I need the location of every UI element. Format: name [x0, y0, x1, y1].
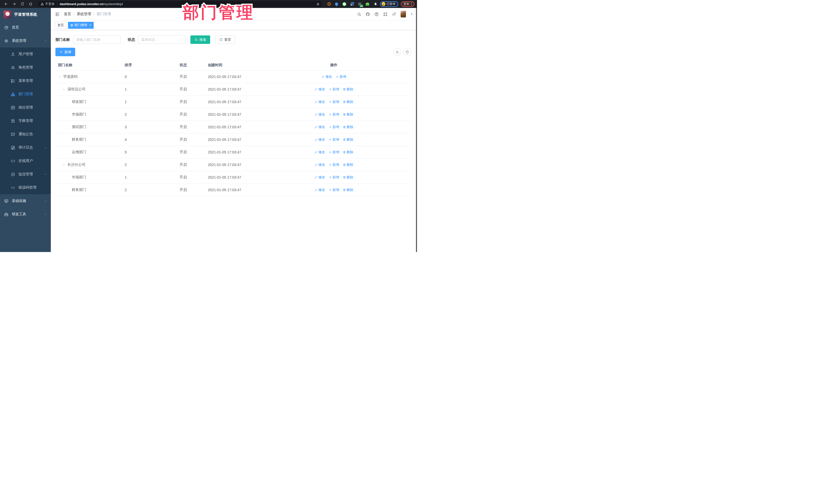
sidebar-item-4[interactable]: 菜单管理 — [0, 74, 51, 88]
sidebar-item-7[interactable]: 字典管理 — [0, 114, 51, 128]
cell-sort: 1 — [122, 83, 177, 96]
table-mini-tools — [393, 48, 411, 56]
add-action-link[interactable]: 新增 — [336, 74, 346, 79]
sidebar-toggle-icon[interactable] — [55, 12, 60, 17]
edit-action-link[interactable]: 修改 — [314, 150, 325, 154]
green-bot-extension-icon[interactable] — [366, 2, 370, 6]
edit-action-link[interactable]: 修改 — [314, 87, 325, 92]
sidebar-item-label: 用户管理 — [19, 52, 33, 57]
tag-0[interactable]: 首页 — [55, 22, 66, 29]
sidebar-item-12[interactable]: 错误码管理 — [0, 181, 51, 194]
puzzle-extension-icon[interactable] — [373, 2, 377, 6]
chevron-down-icon — [180, 38, 183, 41]
browser-menu-icon[interactable] — [411, 2, 412, 6]
dept-name-input[interactable]: 请输入部门名称 — [73, 36, 120, 44]
reset-button[interactable]: 重置 — [215, 36, 235, 44]
sidebar-item-10[interactable]: 在线用户 — [0, 154, 51, 168]
cell-create-time: 2021-01-05 17:03:47 — [205, 159, 257, 171]
sidebar-item-3[interactable]: 角色管理 — [0, 61, 51, 74]
delete-action-link[interactable]: 删除 — [343, 112, 353, 117]
table-toolbar: 新增 — [56, 44, 411, 56]
expand-arrow-icon[interactable] — [58, 75, 63, 78]
sidebar-item-8[interactable]: 通知公告 — [0, 128, 51, 141]
user-avatar[interactable] — [400, 11, 406, 18]
expand-arrow-icon[interactable] — [62, 88, 67, 91]
browser-home-icon[interactable] — [27, 1, 34, 7]
add-action-link[interactable]: 新增 — [329, 162, 339, 167]
add-action-link[interactable]: 新增 — [329, 87, 339, 92]
add-action-link[interactable]: 新增 — [329, 100, 339, 104]
sidebar-item-2[interactable]: 用户管理 — [0, 47, 51, 61]
tag-close-icon[interactable]: × — [89, 24, 91, 27]
cell-dept-name: 市场部门 — [56, 171, 122, 184]
browser-profile-button[interactable]: 已暂停 — [380, 1, 398, 7]
sidebar-item-0[interactable]: 首页 — [0, 21, 51, 34]
delete-action-link[interactable]: 删除 — [343, 175, 353, 180]
browser-reload-icon[interactable] — [19, 1, 26, 7]
delete-action-link[interactable]: 删除 — [343, 162, 353, 167]
edit-action-link[interactable]: 修改 — [314, 175, 325, 180]
refresh-table-button[interactable] — [403, 48, 411, 56]
edit-action-link[interactable]: 修改 — [314, 100, 325, 104]
delete-action-link[interactable]: 删除 — [343, 100, 353, 104]
cell-create-time: 2021-01-05 17:03:47 — [205, 96, 257, 108]
cell-sort: 3 — [122, 121, 177, 133]
add-button[interactable]: 新增 — [56, 48, 75, 56]
browser-back-icon[interactable] — [3, 1, 9, 7]
edit-action-link[interactable]: 修改 — [322, 74, 332, 79]
orange-ring-extension-icon[interactable] — [327, 2, 331, 6]
add-action-link[interactable]: 新增 — [329, 125, 339, 129]
sidebar-item-11[interactable]: 短信管理 — [0, 168, 51, 181]
delete-action-link[interactable]: 删除 — [343, 188, 353, 192]
add-action-link[interactable]: 新增 — [329, 137, 339, 142]
browser-update-button[interactable]: 更新 — [401, 1, 414, 7]
add-action-link[interactable]: 新增 — [329, 150, 339, 154]
blue-pin-extension-icon[interactable] — [335, 2, 339, 6]
cell-dept-name: 测试部门 — [56, 121, 122, 133]
browser-forward-icon[interactable] — [11, 1, 18, 7]
sidebar-item-5[interactable]: 部门管理 — [0, 88, 51, 101]
edit-action-link[interactable]: 修改 — [314, 188, 325, 192]
sidebar-item-14[interactable]: 研发工具 — [0, 207, 51, 221]
tag-dot — [70, 24, 73, 26]
font-size-icon[interactable] — [392, 12, 396, 17]
expand-arrow-icon[interactable] — [62, 163, 67, 166]
delete-action-link[interactable]: 删除 — [343, 137, 353, 142]
tag-1[interactable]: 部门管理× — [68, 22, 94, 29]
delete-action-link[interactable]: 删除 — [343, 87, 353, 92]
cell-create-time: 2021-01-05 17:03:47 — [205, 184, 257, 196]
delete-action-link[interactable]: 删除 — [343, 125, 353, 129]
avatar-caret-icon[interactable] — [410, 13, 413, 15]
adblock-extension-icon[interactable]: on — [358, 2, 362, 6]
sidebar-item-1[interactable]: 系统管理 — [0, 34, 51, 47]
address-bar[interactable]: 不安全 dashboard.yudao.iocoder.cn/system/de… — [38, 1, 322, 7]
help-icon[interactable] — [374, 12, 379, 17]
cell-sort: 2 — [122, 159, 177, 171]
bookmark-star-icon[interactable] — [316, 2, 320, 6]
fullscreen-icon[interactable] — [383, 12, 388, 17]
github-icon[interactable] — [366, 12, 370, 17]
edit-action-link[interactable]: 修改 — [314, 125, 325, 129]
edit-action-link[interactable]: 修改 — [314, 162, 325, 167]
sidebar-item-9[interactable]: 审计日志 — [0, 141, 51, 154]
status-select-placeholder: 菜单状态 — [141, 38, 155, 42]
sidebar-item-13[interactable]: 基础设施 — [0, 194, 51, 207]
breadcrumb-item-0[interactable]: 首页 — [64, 12, 71, 17]
add-action-link[interactable]: 新增 — [329, 188, 339, 192]
edit-action-link[interactable]: 修改 — [314, 137, 325, 142]
delete-action-link[interactable]: 删除 — [343, 150, 353, 154]
edit-action-link[interactable]: 修改 — [314, 112, 325, 117]
add-action-link[interactable]: 新增 — [329, 112, 339, 117]
sidebar-item-label: 研发工具 — [12, 212, 26, 217]
green-check-extension-icon[interactable]: ✓ — [342, 2, 347, 6]
toggle-search-button[interactable] — [393, 48, 401, 56]
search-button[interactable]: 搜索 — [191, 36, 210, 44]
status-select[interactable]: 菜单状态 — [138, 36, 186, 44]
sidebar-item-6[interactable]: 岗位管理 — [0, 101, 51, 114]
grid-extension-icon[interactable] — [350, 2, 354, 6]
breadcrumb-item-1[interactable]: 系统管理 — [77, 12, 91, 17]
page-scrollbar[interactable] — [416, 8, 417, 252]
sidebar-logo-row[interactable]: 芋道管理系统 — [0, 8, 51, 21]
add-action-link[interactable]: 新增 — [329, 175, 339, 180]
header-search-icon[interactable] — [357, 12, 361, 17]
